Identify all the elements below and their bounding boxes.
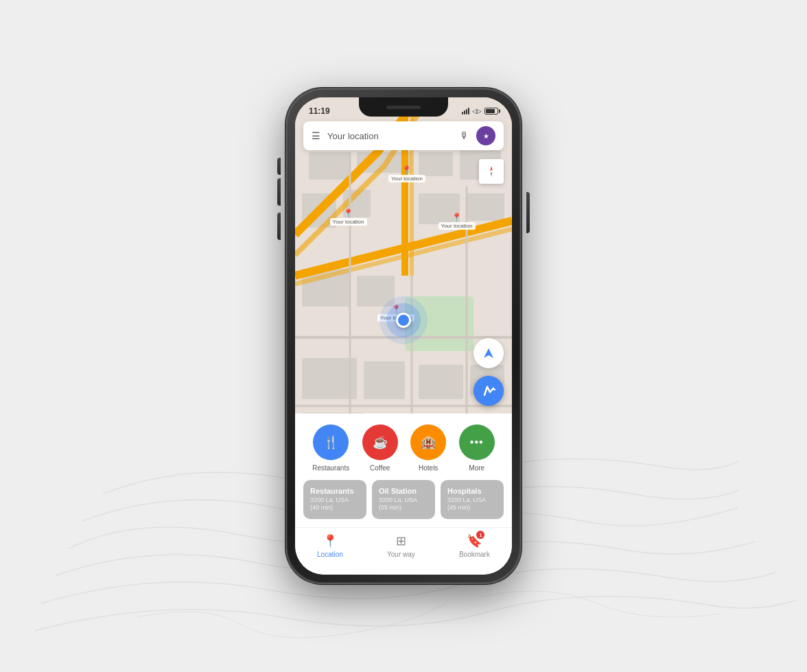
svg-marker-29 [484,348,493,358]
restaurants-label: Restaurants [312,464,349,472]
search-input[interactable]: Your location [327,131,453,141]
recent-card-hospitals-title: Hospitals [447,487,497,495]
svg-point-28 [490,170,493,173]
signal-icon [462,108,469,115]
map-pin-1: 📍 Your location [388,165,425,182]
category-restaurants[interactable]: 🍴 Restaurants [312,424,349,472]
bottom-nav: 📍 Location ⊞ Your way 🔖 1 Bookmark [295,527,512,561]
coffee-icon: ☕ [373,435,388,450]
category-more[interactable]: ••• More [459,424,495,472]
map-pin-3: 📍 Your location [438,213,476,230]
bookmark-badge: 1 [476,531,484,539]
nav-your-way[interactable]: ⊞ Your way [376,531,426,561]
search-bar[interactable]: ☰ Your location 🎙 ★ [303,121,504,150]
recent-card-oil-sub: 3200 La, USA(55 min) [379,496,428,512]
status-time: 11:19 [309,106,330,116]
more-icon: ••• [470,436,484,448]
svg-rect-15 [302,358,357,399]
bookmark-nav-label: Bookmark [459,551,490,558]
categories-row: 🍴 Restaurants ☕ Coffee 🏨 [295,413,512,477]
category-coffee[interactable]: ☕ Coffee [362,424,398,472]
location-nav-icon: 📍 [323,533,338,549]
compass-button[interactable] [479,159,504,184]
category-hotels[interactable]: 🏨 Hotels [410,424,446,472]
avatar-button[interactable]: ★ [476,126,495,145]
restaurants-icon: 🍴 [323,435,338,450]
power-button[interactable] [526,192,530,233]
restaurants-icon-bg: 🍴 [313,424,349,460]
hotels-label: Hotels [419,464,438,472]
wifi-icon: ◁▷ [472,108,482,115]
svg-rect-13 [419,365,463,399]
your-way-nav-icon: ⊞ [396,533,406,549]
volume-down-button[interactable] [277,213,281,240]
avatar-icon: ★ [483,132,489,140]
menu-icon[interactable]: ☰ [312,130,320,141]
recent-card-restaurants[interactable]: Restaurants 3200 La, USA(40 min) [303,480,366,519]
more-label: More [469,464,484,472]
phone-notch [359,97,448,117]
battery-icon [484,108,498,115]
recent-cards: Restaurants 3200 La, USA(40 min) Oil Sta… [295,477,512,527]
status-icons: ◁▷ [462,108,498,115]
svg-rect-16 [364,361,405,399]
hotels-icon-bg: 🏨 [410,424,446,460]
hotels-icon: 🏨 [421,435,436,450]
recent-card-hospitals[interactable]: Hospitals 3200 La, USA(45 min) [441,480,504,519]
speaker [386,106,421,109]
bottom-panel: 🍴 Restaurants ☕ Coffee 🏨 [295,413,512,575]
recent-card-restaurants-sub: 3200 La, USA(40 min) [310,496,360,512]
recent-card-hospitals-sub: 3200 La, USA(45 min) [447,496,497,512]
coffee-icon-bg: ☕ [362,424,398,460]
map-pin-2: 📍 Your location [330,208,367,226]
route-button[interactable] [473,376,504,406]
silent-switch [277,158,281,175]
coffee-label: Coffee [370,464,390,472]
location-nav-label: Location [317,551,343,558]
volume-up-button[interactable] [277,178,281,206]
current-location-dot [379,296,428,344]
nav-location[interactable]: 📍 Location [306,531,354,561]
svg-rect-2 [309,152,350,180]
phone-frame: 11:19 ◁▷ [287,89,520,583]
navigate-button[interactable] [473,338,504,368]
recent-card-oil[interactable]: Oil Station 3200 La, USA(55 min) [372,480,435,519]
nav-bookmark[interactable]: 🔖 1 Bookmark [448,531,501,561]
svg-marker-30 [493,387,496,390]
your-way-nav-label: Your way [387,551,415,558]
recent-card-oil-title: Oil Station [379,487,428,495]
bookmark-wrapper: 🔖 1 [467,533,482,549]
recent-card-restaurants-title: Restaurants [310,487,360,495]
mic-icon[interactable]: 🎙 [460,130,469,141]
more-icon-bg: ••• [459,424,495,460]
